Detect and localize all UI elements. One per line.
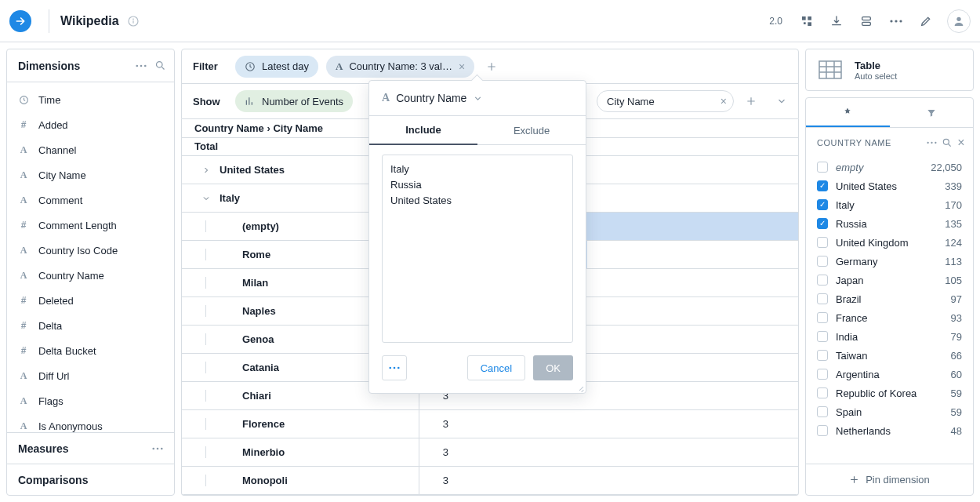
dimension-item[interactable]: #Added [7,112,174,137]
checkbox[interactable] [817,425,828,436]
dimension-item[interactable]: #Delta [7,313,174,338]
viz-selector[interactable]: Table Auto select [805,49,974,91]
checkbox[interactable] [817,387,828,398]
facet-row[interactable]: United States339 [806,176,973,195]
facet-row[interactable]: Taiwan66 [806,346,973,365]
dimension-item[interactable]: #Deleted [7,288,174,313]
facet-row[interactable]: Italy170 [806,195,973,214]
app-logo[interactable] [9,10,31,32]
facet-row[interactable]: empty22,050 [806,158,973,176]
checkbox[interactable] [817,180,828,191]
avatar[interactable] [947,9,971,33]
comparisons-header[interactable]: Comparisons [7,464,174,495]
facet-row[interactable]: Brazil97 [806,289,973,308]
server-icon[interactable] [858,13,875,30]
measure-pill[interactable]: Number of Events [235,90,353,112]
tab-exclude[interactable]: Exclude [477,116,586,144]
facet-row[interactable]: Japan105 [806,271,973,289]
popover-more-button[interactable] [382,355,407,380]
search-icon[interactable] [942,137,953,148]
svg-point-33 [389,367,391,369]
resize-handle[interactable] [576,384,584,391]
download-icon[interactable] [828,13,845,30]
svg-point-35 [397,367,400,369]
tab-include[interactable]: Include [369,116,477,145]
chevron-down-icon[interactable] [201,194,212,203]
row-label: Rome [242,249,270,260]
measures-header[interactable]: Measures [7,432,174,464]
close-icon[interactable]: × [957,136,965,149]
facet-label: Russia [836,218,937,230]
split-label: City Name [607,96,655,107]
pin-dimension-button[interactable]: Pin dimension [806,464,973,495]
checkbox[interactable] [817,218,828,229]
dimension-item[interactable]: AIs Anonymous [7,413,174,432]
dimension-item[interactable]: #Comment Length [7,213,174,238]
filter-pill-time[interactable]: Latest day [235,56,318,78]
edit-icon[interactable] [917,13,935,30]
dimension-item[interactable]: ACountry Iso Code [7,238,174,263]
dimension-item[interactable]: ACountry Name [7,263,174,288]
info-icon[interactable] [127,15,140,27]
close-icon[interactable]: × [459,61,465,72]
checkbox[interactable] [817,312,828,323]
table-row[interactable]: Minerbio3 [182,438,798,467]
facet-row[interactable]: France93 [806,308,973,327]
chevron-down-icon [473,93,483,104]
facet-count: 124 [945,237,962,249]
facet-row[interactable]: Netherlands48 [806,421,973,440]
measures-more-icon[interactable] [152,447,163,450]
facet-row[interactable]: Argentina60 [806,365,973,384]
table-row[interactable]: Monopoli3 [182,467,798,495]
add-filter-button[interactable] [482,57,501,76]
tab-filter[interactable] [890,98,974,127]
dimension-item[interactable]: #Delta Bucket [7,338,174,363]
checkbox[interactable] [817,199,828,210]
dimension-item[interactable]: AComment [7,187,174,213]
row-value: 3 [419,467,458,494]
table-row[interactable]: Florence3 [182,410,798,438]
checkbox[interactable] [817,256,828,267]
checkbox[interactable] [817,293,828,304]
cancel-button[interactable]: Cancel [467,355,525,380]
chevron-right-icon[interactable] [201,166,212,175]
dimension-item[interactable]: Time [7,87,174,112]
facet-more-icon[interactable] [927,141,937,144]
facet-row[interactable]: Germany113 [806,252,973,271]
chevron-down-icon[interactable] [776,96,787,107]
tiles-icon[interactable] [798,13,815,30]
split-pill[interactable]: City Name × [597,90,734,112]
svg-point-19 [152,447,154,449]
checkbox[interactable] [817,162,828,173]
facet-row[interactable]: United Kingdom124 [806,233,973,252]
facet-row[interactable]: Spain59 [806,402,973,421]
close-icon[interactable]: × [720,96,727,107]
checkbox[interactable] [817,237,828,248]
checkbox[interactable] [817,331,828,342]
checkbox[interactable] [817,275,828,286]
checkbox[interactable] [817,406,828,417]
more-icon[interactable] [887,13,905,30]
facet-count: 97 [951,293,962,305]
dimension-item[interactable]: AChannel [7,137,174,162]
svg-point-31 [943,139,949,144]
dimension-item[interactable]: ACity Name [7,162,174,187]
facet-row[interactable]: Republic of Korea59 [806,384,973,402]
dimensions-more-icon[interactable] [136,64,147,67]
search-icon[interactable] [154,60,166,71]
ok-button[interactable]: OK [533,355,573,380]
popover-header[interactable]: A Country Name [369,81,586,115]
filter-values-input[interactable]: Italy Russia United States [382,155,573,343]
filter-pill-country[interactable]: A Country Name: 3 val… × [326,56,474,78]
add-split-button[interactable] [742,92,760,111]
dimension-item[interactable]: AFlags [7,388,174,413]
dimension-item[interactable]: ADiff Url [7,363,174,388]
checkbox[interactable] [817,369,828,380]
svg-line-32 [949,144,951,147]
facet-row[interactable]: Russia135 [806,214,973,233]
dimension-label: Is Anonymous [38,420,103,432]
viz-title: Table [855,60,897,71]
checkbox[interactable] [817,350,828,361]
facet-row[interactable]: India79 [806,327,973,346]
tab-pin[interactable] [806,98,890,127]
